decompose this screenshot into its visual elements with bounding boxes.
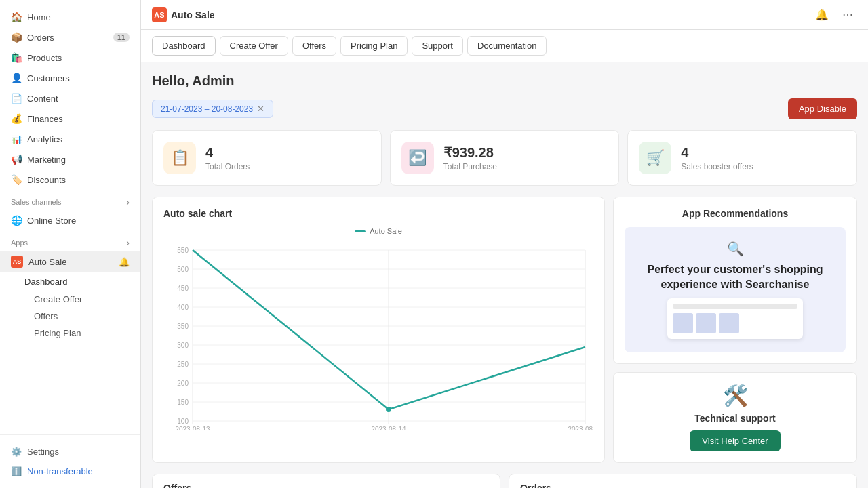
app-rec-title: App Recommendations bbox=[625, 208, 846, 219]
app-rec-mock-ui bbox=[667, 298, 803, 339]
sidebar-item-label: Orders bbox=[27, 33, 54, 43]
app-recommendations-card: App Recommendations 🔍 Perfect your custo… bbox=[613, 197, 857, 364]
svg-text:450: 450 bbox=[177, 285, 189, 292]
tab-create-offer[interactable]: Create Offer bbox=[220, 36, 288, 56]
searchanise-logo-icon: 🔍 bbox=[727, 241, 744, 257]
sidebar-item-label: Auto Sale bbox=[28, 257, 66, 267]
booster-stat-label: Sales booster offers bbox=[681, 162, 753, 171]
sidebar-item-label: Content bbox=[27, 94, 58, 104]
sidebar-item-home[interactable]: 🏠 Home bbox=[0, 7, 140, 27]
autosale-icon: AS bbox=[11, 256, 23, 268]
marketing-icon: 📢 bbox=[11, 154, 22, 165]
sidebar-item-analytics[interactable]: 📊 Analytics bbox=[0, 129, 140, 149]
sidebar-item-online-store[interactable]: 🌐 Online Store bbox=[0, 210, 140, 230]
sidebar-sub-create-offer[interactable]: Create Offer bbox=[0, 291, 140, 308]
app-logo: AS Auto Sale bbox=[152, 7, 215, 22]
legend-label: Auto Sale bbox=[370, 227, 402, 235]
sidebar-item-label: Home bbox=[27, 12, 51, 22]
analytics-icon: 📊 bbox=[11, 134, 22, 144]
support-title: Technical support bbox=[625, 413, 846, 424]
bottom-tables: Offers ID Offer Title Action 148 Men Edi… bbox=[152, 474, 857, 488]
orders-table-card: Orders Order Date Total Action #1017 15-… bbox=[509, 474, 857, 488]
orders-stat-label: Total Orders bbox=[205, 162, 250, 171]
sales-channels-expand-icon[interactable]: › bbox=[126, 197, 130, 207]
apps-title: Apps › bbox=[0, 230, 140, 251]
customers-icon: 👤 bbox=[11, 73, 22, 83]
nav-tabs: Dashboard Create Offer Offers Pricing Pl… bbox=[141, 30, 868, 62]
products-icon: 🛍️ bbox=[11, 52, 22, 63]
date-range-close-icon[interactable]: ✕ bbox=[257, 104, 264, 114]
tab-offers[interactable]: Offers bbox=[292, 36, 336, 56]
sidebar-item-label: Online Store bbox=[27, 216, 76, 226]
svg-text:150: 150 bbox=[177, 399, 189, 406]
more-options-icon[interactable]: ⋯ bbox=[838, 5, 857, 24]
svg-text:100: 100 bbox=[177, 418, 189, 425]
tab-support[interactable]: Support bbox=[412, 36, 463, 56]
svg-text:200: 200 bbox=[177, 380, 189, 387]
settings-icon: ⚙️ bbox=[11, 447, 22, 457]
svg-text:550: 550 bbox=[177, 247, 189, 254]
svg-text:300: 300 bbox=[177, 342, 189, 349]
offers-table-card: Offers ID Offer Title Action 148 Men Edi… bbox=[152, 474, 500, 488]
line-chart: 550 500 450 400 350 300 250 200 150 100 bbox=[163, 241, 593, 430]
svg-text:2023-08-13: 2023-08-13 bbox=[175, 426, 210, 430]
sidebar-item-finances[interactable]: 💰 Finances bbox=[0, 108, 140, 129]
sidebar-item-label: Marketing bbox=[27, 155, 66, 165]
tab-dashboard[interactable]: Dashboard bbox=[152, 36, 216, 56]
orders-stat-value: 4 bbox=[205, 145, 250, 161]
visit-help-center-button[interactable]: Visit Help Center bbox=[690, 430, 780, 451]
sales-channels-title: Sales channels › bbox=[0, 190, 140, 210]
stats-row: 📋 4 Total Orders ↩️ ₹939.28 Total Purcha… bbox=[152, 130, 857, 186]
sidebar-item-discounts[interactable]: 🏷️ Discounts bbox=[0, 169, 140, 190]
content-icon: 📄 bbox=[11, 93, 22, 104]
purchase-stat-icon: ↩️ bbox=[401, 142, 434, 174]
home-icon: 🏠 bbox=[11, 12, 22, 22]
online-store-icon: 🌐 bbox=[11, 215, 22, 226]
stat-card-orders: 📋 4 Total Orders bbox=[152, 130, 382, 186]
orders-stat-info: 4 Total Orders bbox=[205, 145, 250, 171]
sidebar-item-content[interactable]: 📄 Content bbox=[0, 88, 140, 108]
offers-table-title: Offers bbox=[153, 474, 500, 488]
tab-pricing-plan[interactable]: Pricing Plan bbox=[340, 36, 408, 56]
purchase-stat-label: Total Purchase bbox=[443, 162, 497, 171]
chart-svg-container: 550 500 450 400 350 300 250 200 150 100 bbox=[163, 241, 593, 430]
sidebar-item-non-transferable[interactable]: ℹ️ Non-transferable bbox=[0, 462, 140, 481]
svg-text:2023-08-15: 2023-08-15 bbox=[568, 426, 593, 430]
app-disable-button[interactable]: App Disable bbox=[788, 98, 857, 119]
sidebar-item-settings[interactable]: ⚙️ Settings bbox=[0, 442, 140, 462]
right-panel: App Recommendations 🔍 Perfect your custo… bbox=[613, 197, 857, 463]
booster-stat-icon: 🛒 bbox=[639, 142, 671, 174]
sidebar: 🏠 Home 📦 Orders 11 🛍️ Products 👤 Custome… bbox=[0, 0, 141, 488]
purchase-stat-info: ₹939.28 Total Purchase bbox=[443, 144, 497, 171]
purchase-stat-value: ₹939.28 bbox=[443, 144, 497, 161]
sidebar-sub-dashboard[interactable]: Dashboard bbox=[0, 272, 140, 291]
tab-documentation[interactable]: Documentation bbox=[467, 36, 547, 56]
chart-and-recommendations: Auto sale chart Auto Sale 550 500 450 40… bbox=[152, 197, 857, 463]
svg-text:250: 250 bbox=[177, 361, 189, 368]
sidebar-item-customers[interactable]: 👤 Customers bbox=[0, 68, 140, 88]
sidebar-sub-pricing-plan[interactable]: Pricing Plan bbox=[0, 325, 140, 342]
info-icon: ℹ️ bbox=[11, 466, 22, 476]
orders-table-title: Orders bbox=[509, 474, 856, 488]
topbar: AS Auto Sale 🔔 ⋯ bbox=[141, 0, 868, 30]
sidebar-item-marketing[interactable]: 📢 Marketing bbox=[0, 149, 140, 169]
sidebar-sub-offers[interactable]: Offers bbox=[0, 308, 140, 325]
orders-icon: 📦 bbox=[11, 32, 22, 43]
notifications-icon[interactable]: 🔔 bbox=[812, 5, 831, 24]
sidebar-item-orders[interactable]: 📦 Orders 11 bbox=[0, 27, 140, 47]
sidebar-item-autosale[interactable]: AS Auto Sale 🔔 bbox=[0, 251, 140, 272]
technical-support-card: 🛠️ Technical support Visit Help Center bbox=[613, 372, 857, 463]
sidebar-item-label: Products bbox=[27, 53, 62, 63]
support-icon: 🛠️ bbox=[625, 384, 846, 407]
stat-card-booster: 🛒 4 Sales booster offers bbox=[627, 130, 857, 186]
settings-label: Settings bbox=[27, 447, 59, 457]
svg-text:400: 400 bbox=[177, 304, 189, 311]
date-range-filter[interactable]: 21-07-2023 – 20-08-2023 ✕ bbox=[152, 100, 273, 118]
app-rec-banner: 🔍 Perfect your customer's shopping exper… bbox=[625, 227, 846, 352]
apps-expand-icon[interactable]: › bbox=[126, 237, 130, 248]
sidebar-item-products[interactable]: 🛍️ Products bbox=[0, 47, 140, 68]
orders-stat-icon: 📋 bbox=[163, 142, 196, 174]
discounts-icon: 🏷️ bbox=[11, 174, 22, 185]
date-range-value: 21-07-2023 – 20-08-2023 bbox=[161, 104, 253, 114]
app-rec-banner-title: Perfect your customer's shopping experie… bbox=[638, 262, 832, 293]
